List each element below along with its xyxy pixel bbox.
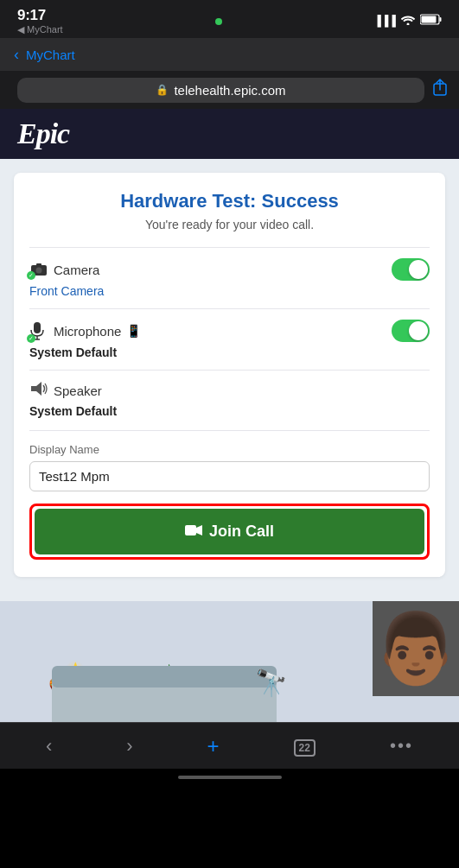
hardware-test-subtitle: You're ready for your video call.	[29, 218, 430, 231]
browser-tabs-button[interactable]: 22	[282, 731, 328, 761]
carrier-label: ◀ MyChart	[17, 24, 63, 35]
join-call-button[interactable]: Join Call	[35, 509, 424, 554]
sofa-back	[52, 666, 277, 687]
telescope-icon: 🔭	[255, 668, 287, 698]
preview-illustration: 🪔 🪴 🔭	[0, 601, 373, 722]
phone-icon: 📱	[126, 324, 141, 338]
green-dot	[215, 18, 222, 25]
browser-bottom-bar: ‹ › + 22 •••	[0, 722, 459, 769]
status-time: 9:17	[17, 7, 46, 24]
display-name-label: Display Name	[29, 443, 430, 456]
share-icon[interactable]	[431, 79, 449, 102]
microphone-check-icon: ✓	[29, 321, 48, 340]
url-text: telehealth.epic.com	[174, 83, 285, 98]
preview-avatar: 👨🏾	[373, 601, 459, 696]
display-name-input[interactable]	[29, 461, 430, 491]
svg-marker-12	[196, 525, 202, 535]
microphone-row: ✓ Microphone 📱 System Default	[29, 308, 430, 370]
browser-back-button[interactable]: ‹	[34, 730, 64, 763]
svg-point-5	[36, 268, 42, 274]
status-bar: 9:17 ◀ MyChart ▐▐▐	[0, 0, 459, 38]
home-bar	[178, 776, 282, 779]
svg-rect-7	[34, 322, 41, 333]
display-name-section: Display Name	[29, 430, 430, 491]
status-icons: ▐▐▐	[373, 14, 442, 28]
speaker-sub-label: System Default	[29, 404, 430, 418]
epic-logo: Epic	[17, 117, 69, 150]
microphone-sub-label: System Default	[29, 345, 430, 359]
preview-area: 🪔 🪴 🔭 👨🏾	[0, 601, 459, 722]
hardware-test-card: Hardware Test: Success You're ready for …	[14, 173, 445, 577]
wifi-icon	[401, 14, 415, 28]
join-call-camera-icon	[185, 523, 202, 541]
home-indicator	[0, 769, 459, 786]
camera-row: ✓ Camera Front Camera	[29, 247, 430, 308]
camera-check-icon: ✓	[29, 262, 48, 277]
browser-forward-button[interactable]: ›	[114, 730, 144, 763]
back-arrow-icon[interactable]: ‹	[14, 46, 19, 64]
svg-rect-1	[440, 17, 442, 22]
battery-icon	[420, 14, 442, 28]
svg-marker-10	[31, 382, 41, 396]
join-call-wrapper: Join Call	[29, 504, 430, 560]
camera-toggle-thumb	[409, 260, 428, 279]
speaker-row: Speaker System Default	[29, 370, 430, 428]
microphone-toggle-thumb	[409, 321, 428, 340]
signal-bars-icon: ▐▐▐	[373, 15, 396, 27]
lock-icon: 🔒	[156, 84, 169, 96]
camera-sub-label[interactable]: Front Camera	[29, 284, 430, 298]
svg-rect-11	[185, 525, 196, 535]
join-call-label: Join Call	[209, 523, 274, 541]
tab-count-badge: 22	[294, 739, 316, 757]
microphone-label: Microphone	[54, 324, 121, 339]
epic-header: Epic	[0, 109, 459, 159]
back-label[interactable]: MyChart	[26, 48, 75, 62]
avatar-face: 👨🏾	[373, 608, 459, 689]
hardware-test-title: Hardware Test: Success	[29, 190, 430, 212]
main-content: Hardware Test: Success You're ready for …	[0, 159, 459, 601]
speaker-label: Speaker	[54, 383, 102, 398]
speaker-icon	[29, 381, 48, 401]
browser-add-button[interactable]: +	[195, 729, 232, 763]
svg-rect-2	[422, 16, 437, 23]
camera-toggle[interactable]	[392, 258, 430, 281]
camera-label: Camera	[54, 263, 99, 277]
address-bar-container: 🔒 telehealth.epic.com	[0, 71, 459, 109]
microphone-toggle[interactable]	[392, 320, 430, 342]
browser-more-button[interactable]: •••	[378, 731, 425, 761]
nav-bar: ‹ MyChart	[0, 38, 459, 71]
address-bar[interactable]: 🔒 telehealth.epic.com	[17, 78, 424, 103]
svg-rect-6	[36, 263, 41, 266]
